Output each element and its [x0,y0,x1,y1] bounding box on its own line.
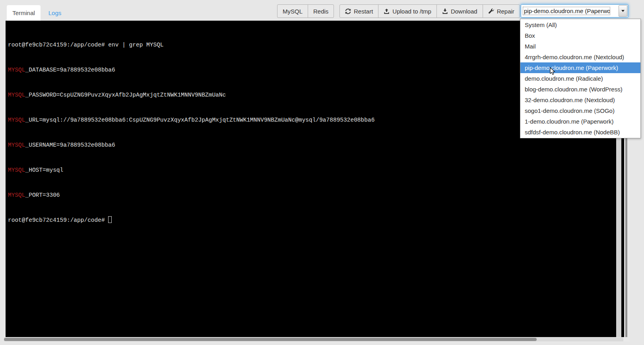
mouse-cursor-icon [550,67,556,78]
tab-logs[interactable]: Logs [41,5,69,21]
upload-button-label: Upload to /tmp [392,8,431,15]
restart-button[interactable]: Restart [339,4,378,18]
dropdown-item-1-demo[interactable]: 1-demo.cloudron.me (Paperwork) [520,116,640,127]
chevron-down-icon [619,5,627,17]
mysql-button-label: MySQL [283,8,303,15]
dropdown-item-box[interactable]: Box [520,30,640,41]
terminal-prompt-line: root@fe9cb72c4159:/app/code# [8,216,624,225]
repair-button[interactable]: Repair [483,4,520,18]
redis-button[interactable]: Redis [308,4,334,18]
wrench-icon [488,8,494,14]
upload-button[interactable]: Upload to /tmp [378,4,437,18]
tab-logs-label: Logs [48,10,62,16]
terminal-line: MYSQL_HOST=mysql [8,166,624,174]
dropdown-item-sogo1-demo[interactable]: sogo1-demo.cloudron.me (SOGo) [520,105,640,116]
terminal-line: MYSQL_PORT=3306 [8,191,624,200]
download-button-label: Download [451,8,477,15]
dropdown-item-32-demo[interactable]: 32-demo.cloudron.me (Nextcloud) [520,95,640,105]
app-selector-dropdown: System (All) Box Mail 4rrgrh-demo.cloudr… [520,19,641,138]
action-button-group: Restart Upload to /tmp Download Repair [339,4,520,18]
app-selector[interactable]: pip-demo.cloudron.me (Paperwork) [521,4,628,17]
repair-button-label: Repair [497,8,514,15]
dropdown-item-4rrgrh-demo[interactable]: 4rrgrh-demo.cloudron.me (Nextcloud) [520,52,640,62]
upload-icon [384,8,390,14]
horizontal-scrollbar-track[interactable] [4,337,623,341]
dropdown-item-demo[interactable]: demo.cloudron.me (Radicale) [520,73,640,84]
dropdown-item-sdfdsf-demo[interactable]: sdfdsf-demo.cloudron.me (NodeBB) [520,127,640,138]
tab-terminal[interactable]: Terminal [7,5,41,21]
dropdown-item-mail[interactable]: Mail [520,41,640,52]
download-button[interactable]: Download [436,4,483,18]
addon-button-group: MySQL Redis [277,4,334,18]
tab-terminal-label: Terminal [12,10,35,16]
restart-icon [345,8,351,14]
mysql-button[interactable]: MySQL [277,4,308,18]
dropdown-item-pip-demo[interactable]: pip-demo.cloudron.me (Paperwork) [520,62,640,73]
terminal-cursor [108,216,112,223]
scrollbar-corner [623,337,630,341]
app-selector-value: pip-demo.cloudron.me (Paperwork) [523,7,610,15]
restart-button-label: Restart [354,8,373,15]
terminal-line: MYSQL_USERNAME=9a7889532e08bba6 [8,141,624,149]
horizontal-scrollbar-thumb[interactable] [4,338,537,341]
dropdown-item-system[interactable]: System (All) [520,19,640,30]
dropdown-item-blog-demo[interactable]: blog-demo.cloudron.me (WordPress) [520,84,640,95]
redis-button-label: Redis [313,8,328,15]
download-icon [442,8,448,14]
